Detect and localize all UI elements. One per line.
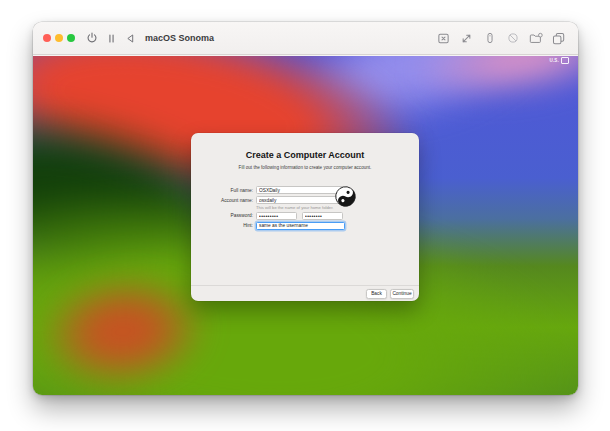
password-label: Password:	[191, 213, 256, 218]
usb-icon	[484, 32, 496, 44]
account-avatar[interactable]	[335, 186, 356, 207]
traffic-lights	[43, 34, 75, 42]
continue-button[interactable]: Continue	[390, 289, 414, 299]
keyboard-capture-icon	[437, 32, 450, 45]
dialog-subtitle: Fill out the following information to cr…	[199, 165, 411, 170]
account-name-label: Account name:	[191, 198, 256, 203]
close-button[interactable]	[43, 34, 51, 42]
usb-button[interactable]	[482, 28, 497, 48]
create-account-dialog: Create a Computer Account Fill out the f…	[191, 133, 419, 301]
zoom-button[interactable]	[67, 34, 75, 42]
hint-input[interactable]	[256, 222, 345, 230]
back-triangle-icon	[125, 33, 136, 44]
page: { "window": { "title": "macOS Sonoma", "…	[0, 0, 610, 431]
account-name-row: Account name:	[191, 196, 419, 204]
network-icon	[507, 32, 519, 44]
input-source-menu[interactable]: U.S.	[549, 57, 569, 64]
keyboard-layout-icon	[561, 57, 569, 64]
window-title: macOS Sonoma	[145, 33, 214, 43]
input-source-label: U.S.	[549, 58, 559, 63]
verify-password-input[interactable]	[302, 212, 343, 220]
yin-yang-icon	[335, 186, 356, 207]
shared-folder-button[interactable]	[528, 28, 543, 48]
hint-row: Hint:	[191, 222, 419, 230]
restart-button[interactable]	[121, 28, 139, 48]
windows-icon	[552, 32, 565, 45]
back-button[interactable]: Back	[366, 289, 387, 299]
network-button[interactable]	[505, 28, 520, 48]
dialog-divider	[191, 285, 419, 286]
shared-folder-icon	[529, 32, 543, 45]
windows-button[interactable]	[551, 28, 566, 48]
titlebar: macOS Sonoma	[33, 22, 578, 55]
full-name-input[interactable]	[256, 186, 344, 194]
keyboard-capture-button[interactable]	[436, 28, 451, 48]
minimize-button[interactable]	[55, 34, 63, 42]
hint-label: Hint:	[191, 223, 256, 228]
password-row: Password:	[191, 212, 419, 220]
full-name-row: Full name:	[191, 186, 419, 194]
vm-display[interactable]: U.S. Create a Computer Account Fill out …	[33, 56, 578, 395]
password-input[interactable]	[256, 212, 297, 220]
pause-icon	[106, 33, 117, 44]
resize-button[interactable]	[459, 28, 474, 48]
full-name-label: Full name:	[191, 188, 256, 193]
power-button[interactable]	[83, 28, 101, 48]
dialog-title: Create a Computer Account	[191, 150, 419, 160]
resize-icon	[460, 32, 473, 45]
account-name-helper: This will be the name of your home folde…	[256, 205, 334, 210]
wallpaper-orange-blob	[33, 265, 214, 395]
pause-button[interactable]	[102, 28, 120, 48]
vm-window: macOS Sonoma	[33, 22, 578, 395]
toolbar-right	[436, 28, 566, 48]
power-icon	[86, 32, 98, 44]
